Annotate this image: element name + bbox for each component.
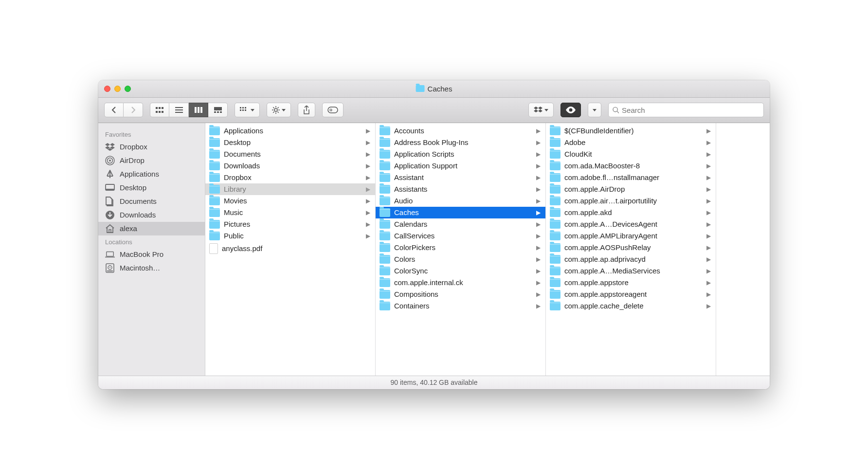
file-label: Compositions xyxy=(394,290,438,298)
forward-button[interactable] xyxy=(124,103,143,117)
sidebar-item-airdrop[interactable]: AirDrop xyxy=(98,154,205,167)
search-field[interactable] xyxy=(608,103,764,117)
action-button[interactable] xyxy=(267,103,291,117)
file-row[interactable]: $(CFBundleIdentifier)▶ xyxy=(546,125,716,137)
chevron-right-icon: ▶ xyxy=(366,209,370,216)
folder-icon xyxy=(416,85,425,92)
file-row[interactable]: CloudKit▶ xyxy=(546,148,716,160)
file-row[interactable]: com.apple.AOSPushRelay▶ xyxy=(546,242,716,253)
sidebar-item-label: Macintosh… xyxy=(120,264,160,272)
file-row[interactable]: Movies▶ xyxy=(205,195,375,207)
file-row[interactable]: com.adobe.fl…nstallmanager▶ xyxy=(546,172,716,183)
file-row[interactable]: Application Support▶ xyxy=(376,160,545,172)
file-row[interactable]: com.apple.appstoreagent▶ xyxy=(546,289,716,300)
file-row[interactable]: Downloads▶ xyxy=(205,160,375,172)
window-title: Caches xyxy=(416,85,452,93)
file-row[interactable]: Dropbox▶ xyxy=(205,172,375,183)
file-row[interactable]: Applications▶ xyxy=(205,125,375,137)
file-row[interactable]: Assistants▶ xyxy=(376,183,545,195)
chevron-right-icon: ▶ xyxy=(706,209,711,216)
file-row[interactable]: Colors▶ xyxy=(376,253,545,265)
svg-rect-6 xyxy=(175,107,183,108)
chevron-right-icon: ▶ xyxy=(536,139,541,146)
column-1: Accounts▶Address Book Plug-Ins▶Applicati… xyxy=(376,123,546,376)
file-row[interactable]: ColorSync▶ xyxy=(376,265,545,277)
folder-icon xyxy=(380,185,390,194)
file-row[interactable]: Containers▶ xyxy=(376,300,545,312)
file-row[interactable]: Assistant▶ xyxy=(376,172,545,183)
icon-view-button[interactable] xyxy=(150,103,169,117)
file-row[interactable]: Caches▶ xyxy=(376,207,545,218)
folder-icon xyxy=(550,302,561,310)
home-icon xyxy=(105,224,115,234)
file-row[interactable]: com.apple.air…t.airportutility▶ xyxy=(546,195,716,207)
file-row[interactable]: com.apple.A…DevicesAgent▶ xyxy=(546,218,716,230)
zoom-button[interactable] xyxy=(125,86,131,92)
file-row[interactable]: com.apple.AirDrop▶ xyxy=(546,183,716,195)
svg-rect-9 xyxy=(195,107,197,113)
sidebar-item-dropbox[interactable]: Dropbox xyxy=(98,140,205,154)
file-row[interactable]: Adobe▶ xyxy=(546,137,716,148)
file-row[interactable]: Compositions▶ xyxy=(376,289,545,300)
airdrop-icon xyxy=(105,156,115,165)
minimize-button[interactable] xyxy=(114,86,121,92)
file-row[interactable]: Documents▶ xyxy=(205,148,375,160)
file-row[interactable]: com.apple.A…MediaServices▶ xyxy=(546,265,716,277)
file-row[interactable]: com.ada.MacBooster-8▶ xyxy=(546,160,716,172)
folder-icon xyxy=(550,243,561,252)
sidebar-item-documents[interactable]: Documents xyxy=(98,195,205,208)
file-row[interactable]: Library▶ xyxy=(205,183,375,195)
sidebar-item-macintosh-[interactable]: Macintosh… xyxy=(98,261,205,275)
file-row[interactable]: CallServices▶ xyxy=(376,230,545,242)
svg-rect-35 xyxy=(105,256,115,257)
folder-icon xyxy=(550,278,561,287)
back-button[interactable] xyxy=(104,103,124,117)
chevron-right-icon: ▶ xyxy=(706,162,711,169)
file-row[interactable]: com.apple.AMPLibraryAgent▶ xyxy=(546,230,716,242)
file-row[interactable]: Public▶ xyxy=(205,230,375,242)
file-row[interactable]: Accounts▶ xyxy=(376,125,545,137)
quicklook-dropdown[interactable] xyxy=(588,103,601,117)
file-row[interactable]: Pictures▶ xyxy=(205,218,375,230)
dropbox-button[interactable] xyxy=(528,103,554,117)
folder-icon xyxy=(550,255,561,264)
folder-icon xyxy=(550,138,561,147)
sidebar-item-macbook-pro[interactable]: MacBook Pro xyxy=(98,248,205,261)
sidebar-item-alexa[interactable]: alexa xyxy=(98,222,205,235)
file-row[interactable]: com.apple.akd▶ xyxy=(546,207,716,218)
quicklook-button[interactable] xyxy=(561,103,581,117)
sidebar-item-downloads[interactable]: Downloads xyxy=(98,208,205,222)
file-row[interactable]: Application Scripts▶ xyxy=(376,148,545,160)
sidebar-item-desktop[interactable]: Desktop xyxy=(98,181,205,195)
folder-icon xyxy=(550,220,561,229)
close-button[interactable] xyxy=(104,86,110,92)
search-input[interactable] xyxy=(622,106,760,114)
sidebar-item-applications[interactable]: Applications xyxy=(98,167,205,181)
file-row[interactable]: com.apple.cache_delete▶ xyxy=(546,300,716,312)
svg-rect-7 xyxy=(175,109,183,110)
file-row[interactable]: ColorPickers▶ xyxy=(376,242,545,253)
file-label: Accounts xyxy=(394,126,424,135)
file-row[interactable]: com.apple.internal.ck▶ xyxy=(376,277,545,289)
column-view-button[interactable] xyxy=(189,103,208,117)
sidebar-item-label: AirDrop xyxy=(120,156,145,164)
file-row[interactable]: Address Book Plug-Ins▶ xyxy=(376,137,545,148)
file-row[interactable]: com.apple.appstore▶ xyxy=(546,277,716,289)
file-row[interactable]: Music▶ xyxy=(205,207,375,218)
file-row[interactable]: anyclass.pdf xyxy=(205,242,375,255)
arrange-button[interactable] xyxy=(235,103,260,117)
file-row[interactable]: Calendars▶ xyxy=(376,218,545,230)
svg-rect-23 xyxy=(328,107,338,113)
svg-point-24 xyxy=(330,109,332,111)
share-button[interactable] xyxy=(298,103,315,117)
file-row[interactable]: Audio▶ xyxy=(376,195,545,207)
file-row[interactable]: com.apple.ap.adprivacyd▶ xyxy=(546,253,716,265)
list-view-button[interactable] xyxy=(169,103,189,117)
chevron-right-icon: ▶ xyxy=(706,186,711,193)
tags-button[interactable] xyxy=(322,103,344,117)
search-icon xyxy=(613,107,619,113)
file-label: com.apple.A…MediaServices xyxy=(564,267,660,275)
folder-icon xyxy=(550,126,561,135)
gallery-view-button[interactable] xyxy=(208,103,228,117)
file-row[interactable]: Desktop▶ xyxy=(205,137,375,148)
